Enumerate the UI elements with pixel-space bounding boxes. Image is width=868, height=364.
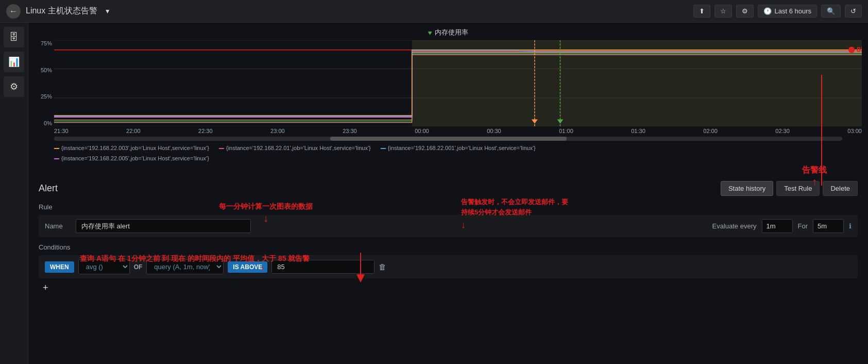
evaluate-label: Evaluate every — [712, 222, 757, 230]
legend-color-3 — [381, 148, 386, 149]
x-label-2300: 23:00 — [270, 128, 285, 134]
delete-condition-icon[interactable]: 🗑 — [379, 262, 386, 271]
annotation-evaluate: 每一分钟计算一次图表的数据 ↓ — [219, 202, 313, 224]
legend-color-2 — [219, 148, 224, 149]
time-range-label: Last 6 hours — [774, 7, 811, 15]
share-button[interactable]: ⬆ — [693, 5, 710, 18]
search-icon: 🔍 — [827, 7, 835, 15]
name-label: Name — [45, 222, 71, 230]
x-label-0100: 01:00 — [559, 128, 573, 134]
legend-item-1: {instance='192.168.22.003',job='Linux Ho… — [54, 144, 209, 153]
legend-color-1 — [54, 148, 59, 149]
legend-label-4: {instance='192.168.22.005',job='Linux Ho… — [61, 154, 209, 163]
y-label-75: 75% — [35, 40, 54, 46]
annotation-conditions: 查询 A语句 在 1分钟之前 到 现在 的时间段内的 平均值，大于 85 就告警… — [80, 254, 310, 274]
info-icon[interactable]: ℹ — [849, 222, 852, 230]
dashboard-dropdown[interactable]: ▼ — [105, 8, 111, 15]
y-label-0: 0% — [35, 120, 54, 126]
star-button[interactable]: ☆ — [714, 5, 732, 18]
settings-button[interactable]: ⚙ — [736, 5, 754, 18]
delete-button[interactable]: Delete — [823, 181, 858, 196]
add-condition-button[interactable]: + — [39, 283, 53, 293]
annotation-for: 告警触发时，不会立即发送邮件，要 持续5分钟才会发送邮件 ↓ — [461, 197, 568, 242]
top-bar: ← Linux 主机状态告警 ▼ ⬆ ☆ ⚙ 🕐 Last 6 hours 🔍 … — [0, 0, 868, 23]
sidebar: 🗄 📊 ⚙ — [0, 23, 28, 364]
legend-item-2: {instance='192.168.22.01',job='Linux Hos… — [219, 144, 371, 153]
x-label-2130: 21:30 — [54, 128, 69, 134]
alert-title: Alert — [39, 183, 58, 194]
state-history-button[interactable]: State history — [721, 181, 773, 196]
chart-title: ♥ 内存使用率 — [35, 28, 862, 37]
legend-item-3: {instance='192.168.22.001',job='Linux Ho… — [381, 144, 536, 153]
y-axis: 75% 50% 25% 0% — [35, 40, 54, 136]
share-icon: ⬆ — [699, 7, 705, 15]
scrollbar-thumb — [330, 137, 567, 141]
x-label-2330: 23:30 — [343, 128, 357, 134]
search-button[interactable]: 🔍 — [821, 5, 841, 18]
top-bar-left: ← Linux 主机状态告警 ▼ — [6, 4, 111, 19]
evaluate-input[interactable] — [762, 219, 793, 233]
chart-icon: 📊 — [8, 56, 20, 68]
back-button[interactable]: ← — [6, 4, 21, 19]
x-label-0230: 02:30 — [775, 128, 790, 134]
chart-container: 75% 50% 25% 0% — [35, 40, 862, 136]
x-label-0030: 00:30 — [487, 128, 501, 134]
x-label-2230: 22:30 — [198, 128, 213, 134]
sidebar-item-chart[interactable]: 📊 — [4, 52, 24, 72]
legend-label-2: {instance='192.168.22.01',job='Linux Hos… — [226, 144, 371, 153]
legend-color-4 — [54, 158, 59, 159]
star-icon: ☆ — [720, 7, 726, 15]
y-label-25: 25% — [35, 93, 54, 100]
rule-section-title: Rule — [39, 203, 858, 211]
refresh-button[interactable]: ↺ — [845, 5, 862, 18]
sidebar-item-database[interactable]: 🗄 — [4, 27, 24, 47]
conditions-section-title: Conditions — [39, 243, 858, 251]
x-label-2200: 22:00 — [126, 128, 141, 134]
x-axis: 21:30 22:00 22:30 23:00 23:30 00:00 00:3… — [54, 126, 862, 136]
rule-row: Name Evaluate every For ℹ — [39, 215, 858, 237]
sidebar-item-settings[interactable]: ⚙ — [4, 76, 24, 97]
x-label-0200: 02:00 — [703, 128, 718, 134]
time-range-button[interactable]: 🕐 Last 6 hours — [758, 5, 817, 18]
x-label-0300: 03:00 — [847, 128, 862, 134]
chart-legend: {instance='192.168.22.003',job='Linux Ho… — [35, 143, 862, 163]
y-label-50: 50% — [35, 67, 54, 73]
chart-svg-wrapper: 85 — [54, 40, 862, 126]
for-input[interactable] — [813, 219, 844, 233]
clock-icon: 🕐 — [763, 7, 772, 15]
alert-buttons: State history Test Rule Delete — [721, 181, 858, 196]
chart-title-text: 内存使用率 — [435, 28, 468, 37]
dashboard-title: Linux 主机状态告警 — [26, 6, 97, 16]
x-label-0000: 00:00 — [415, 128, 429, 134]
main-layout: 🗄 📊 ⚙ ♥ 内存使用率 75% 50% 25% 0% — [0, 23, 868, 364]
x-label-0130: 01:30 — [631, 128, 645, 134]
gear-icon: ⚙ — [742, 7, 748, 15]
svg-point-10 — [848, 47, 855, 54]
heart-icon: ♥ — [428, 29, 432, 37]
database-icon: 🗄 — [9, 32, 19, 43]
chart-area: ♥ 内存使用率 75% 50% 25% 0% — [28, 23, 868, 175]
chart-scrollbar[interactable] — [54, 137, 842, 141]
for-label: For — [798, 222, 808, 230]
legend-label-1: {instance='192.168.22.003',job='Linux Ho… — [61, 144, 209, 153]
top-bar-right: ⬆ ☆ ⚙ 🕐 Last 6 hours 🔍 ↺ — [693, 5, 862, 18]
svg-text:85: 85 — [857, 45, 862, 54]
conditions-section: Conditions WHEN avg () OF query (A, 1m, … — [39, 243, 858, 293]
alert-header: Alert State history Test Rule Delete — [39, 181, 858, 196]
legend-item-4: {instance='192.168.22.005',job='Linux Ho… — [54, 154, 209, 163]
when-badge: WHEN — [45, 261, 74, 273]
refresh-icon: ↺ — [850, 7, 856, 15]
content: ♥ 内存使用率 75% 50% 25% 0% — [28, 23, 868, 364]
legend-label-3: {instance='192.168.22.001',job='Linux Ho… — [388, 144, 536, 153]
settings-icon: ⚙ — [10, 81, 18, 92]
alert-section: Alert State history Test Rule Delete Rul… — [28, 175, 868, 364]
test-rule-button[interactable]: Test Rule — [776, 181, 820, 196]
